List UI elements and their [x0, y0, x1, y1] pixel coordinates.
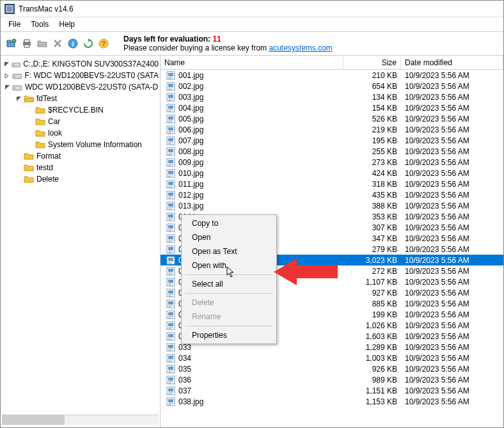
- file-row[interactable]: 036989 KB10/9/2023 5:56 AM: [161, 374, 503, 385]
- svg-rect-121: [168, 350, 171, 351]
- file-size: 195 KB: [343, 136, 401, 145]
- file-date: 10/9/2023 5:56 AM: [401, 223, 503, 232]
- image-file-icon: [166, 386, 176, 396]
- svg-rect-97: [168, 285, 171, 285]
- tree-item[interactable]: C:,D:,E: KINGSTON SUV300S37A2400: [2, 58, 159, 70]
- file-row[interactable]: 038.jpg1,153 KB10/9/2023 5:56 AM: [161, 396, 503, 407]
- file-row[interactable]: 035926 KB10/9/2023 5:56 AM: [161, 363, 503, 374]
- tree-view[interactable]: C:,D:,E: KINGSTON SUV300S37A2400F: WDC W…: [2, 58, 159, 415]
- image-file-icon: [166, 375, 176, 385]
- ctx-open-as-text[interactable]: Open as Text: [182, 244, 276, 258]
- image-file-icon: [166, 234, 176, 244]
- file-size: 1,289 KB: [343, 343, 401, 352]
- file-row[interactable]: 009.jpg273 KB10/9/2023 5:56 AM: [161, 157, 503, 168]
- file-name: 006.jpg: [178, 125, 343, 134]
- tree-item[interactable]: $RECYCLE.BIN: [2, 104, 159, 116]
- file-size: 134 KB: [343, 93, 401, 102]
- image-file-icon: [166, 342, 176, 353]
- file-size: 526 KB: [343, 115, 401, 123]
- svg-rect-79: [168, 236, 173, 239]
- svg-rect-101: [168, 296, 171, 296]
- toolbar: i ?: [4, 36, 111, 51]
- collapse-icon[interactable]: [3, 83, 11, 91]
- tree-item[interactable]: look: [2, 127, 159, 139]
- ctx-delete: Delete: [182, 296, 276, 310]
- file-row[interactable]: 005.jpg526 KB10/9/2023 5:56 AM: [161, 113, 503, 124]
- refresh-icon[interactable]: [81, 36, 95, 51]
- file-row[interactable]: 006.jpg219 KB10/9/2023 5:56 AM: [161, 124, 503, 135]
- delete-icon[interactable]: [51, 36, 65, 51]
- tree-item[interactable]: WDC WD1200BEVS-22UST0 (SATA-D: [2, 81, 159, 93]
- file-row[interactable]: 007.jpg195 KB10/9/2023 5:56 AM: [161, 135, 503, 146]
- file-list-pane: Name Size Date modified 001.jpg210 KB10/…: [161, 56, 503, 427]
- menu-tools[interactable]: Tools: [26, 19, 54, 30]
- tree-item[interactable]: testd: [2, 162, 159, 173]
- tree-item[interactable]: fdTest: [2, 93, 159, 104]
- menu-help[interactable]: Help: [54, 19, 80, 30]
- file-row[interactable]: 0341,003 KB10/9/2023 5:56 AM: [161, 353, 503, 363]
- tree-item[interactable]: Format: [2, 150, 159, 162]
- folder-icon[interactable]: [35, 36, 49, 51]
- svg-rect-73: [168, 219, 171, 220]
- svg-rect-33: [168, 111, 171, 111]
- folder-closed-icon: [35, 139, 45, 150]
- acutesystems-link[interactable]: acutesystems.com: [269, 44, 332, 52]
- svg-rect-115: [168, 334, 173, 337]
- file-name: 007.jpg: [178, 136, 343, 145]
- file-row[interactable]: 002.jpg654 KB10/9/2023 5:56 AM: [161, 81, 503, 91]
- tree-item[interactable]: Car: [2, 116, 159, 127]
- tree-item[interactable]: Delete: [2, 173, 159, 185]
- svg-rect-131: [168, 377, 173, 381]
- image-file-icon: [166, 81, 176, 91]
- svg-rect-2: [7, 40, 11, 42]
- file-name: 002.jpg: [178, 82, 343, 91]
- svg-rect-100: [168, 294, 173, 295]
- ctx-properties[interactable]: Properties: [182, 328, 276, 342]
- svg-rect-69: [168, 209, 171, 209]
- menu-file[interactable]: File: [3, 19, 26, 30]
- image-file-icon: [166, 266, 176, 276]
- column-date-modified[interactable]: Date modified: [401, 56, 503, 69]
- app-icon: [4, 4, 15, 14]
- svg-rect-23: [168, 84, 173, 87]
- collapse-icon[interactable]: [3, 60, 10, 68]
- svg-rect-117: [168, 339, 171, 340]
- file-date: 10/9/2023 5:56 AM: [401, 354, 503, 363]
- file-row[interactable]: 003.jpg134 KB10/9/2023 5:56 AM: [161, 91, 503, 102]
- svg-rect-45: [168, 143, 171, 144]
- file-date: 10/9/2023 5:56 AM: [401, 158, 503, 167]
- column-size[interactable]: Size: [343, 56, 401, 69]
- collapse-icon[interactable]: [15, 95, 22, 102]
- file-row[interactable]: 010.jpg424 KB10/9/2023 5:56 AM: [161, 168, 503, 178]
- info-icon[interactable]: i: [66, 36, 80, 51]
- print-icon[interactable]: [20, 36, 34, 51]
- tree-item[interactable]: F: WDC WD1200BEVS-22UST0 (SATA: [2, 70, 159, 81]
- file-row[interactable]: 011.jpg318 KB10/9/2023 5:56 AM: [161, 178, 503, 189]
- tree-spacer: [26, 106, 34, 114]
- file-size: 219 KB: [343, 125, 401, 134]
- help-icon[interactable]: ?: [97, 36, 111, 51]
- column-name[interactable]: Name: [161, 56, 343, 69]
- folder-open-icon: [24, 93, 34, 104]
- tree-item[interactable]: System Volume Information: [2, 139, 159, 150]
- ctx-copy-to[interactable]: Copy to: [182, 216, 276, 230]
- file-row[interactable]: 0371,151 KB10/9/2023 5:56 AM: [161, 385, 503, 396]
- file-date: 10/9/2023 5:56 AM: [401, 376, 503, 384]
- file-row[interactable]: 001.jpg210 KB10/9/2023 5:56 AM: [161, 70, 503, 81]
- file-name: 008.jpg: [178, 147, 343, 156]
- ctx-open[interactable]: Open: [182, 230, 276, 244]
- expand-icon[interactable]: [3, 72, 11, 79]
- file-date: 10/9/2023 5:56 AM: [401, 191, 503, 200]
- open-volume-icon[interactable]: [4, 36, 19, 51]
- file-size: 154 KB: [343, 104, 401, 113]
- tree-horizontal-scrollbar[interactable]: [2, 415, 159, 425]
- svg-point-7: [29, 42, 30, 44]
- file-row[interactable]: 013.jpg388 KB10/9/2023 5:56 AM: [161, 200, 503, 211]
- file-row[interactable]: 012.jpg435 KB10/9/2023 5:56 AM: [161, 189, 503, 200]
- svg-rect-57: [168, 176, 171, 177]
- ctx-select-all[interactable]: Select all: [182, 277, 276, 291]
- image-file-icon: [166, 103, 176, 113]
- file-row[interactable]: 008.jpg255 KB10/9/2023 5:56 AM: [161, 146, 503, 157]
- file-row[interactable]: 004.jpg154 KB10/9/2023 5:56 AM: [161, 102, 503, 113]
- svg-rect-55: [168, 171, 173, 174]
